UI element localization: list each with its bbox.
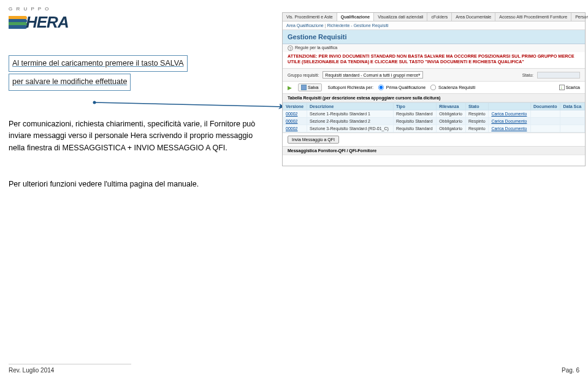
communication-paragraph: Per comunicazioni, richiesta chiarimenti… <box>9 118 266 154</box>
tab-accesso-atti[interactable]: Accesso Atti Procedimenti Fornitore <box>495 13 571 21</box>
cell-desc: Sezione 2-Requisito Standard 2 <box>307 118 394 125</box>
regole-link[interactable]: ?Regole per la qualifica <box>283 44 585 52</box>
invia-row: Invia Messaggio a QFI <box>283 133 585 146</box>
messaggistica-caption: Messaggistica Fornitore-QFI / QFI-Fornit… <box>283 146 585 155</box>
table-row: 00002 Sezione 3-Requisito Standard (RD-0… <box>283 125 585 133</box>
gruppo-label: Gruppo requisiti: <box>288 73 319 77</box>
th-descrizione: Descrizione <box>307 103 394 110</box>
cell-ver[interactable]: 00002 <box>283 110 307 118</box>
boxed-instruction-line2: per salvare le modifiche effettuate <box>9 74 131 90</box>
cell-desc: Sezione 3-Requisito Standard (RD-01_C) <box>307 125 394 133</box>
tab-area-documentale[interactable]: Area Documentale <box>452 13 495 21</box>
tab-cfolders[interactable]: cFolders <box>427 13 452 21</box>
see-more-paragraph: Per ulteriori funzioni vedere l'ultima p… <box>9 179 266 190</box>
breadcrumb-sep: | <box>325 23 326 28</box>
cell-ver[interactable]: 00002 <box>283 125 307 133</box>
table-caption: Tabella Requisiti (per descrizione estes… <box>283 94 585 102</box>
scarica-button[interactable]: Scarica <box>559 85 580 90</box>
footer-rev: Rev. Luglio 2014 <box>9 364 131 374</box>
cell-desc: Sezione 1-Requisito Standard 1 <box>307 110 394 118</box>
boxed-instruction-line1: Al termine del caricamento premere il ta… <box>9 55 188 72</box>
th-tipo: Tipo <box>394 103 437 110</box>
arrow-right-icon: ▶ <box>288 85 292 91</box>
th-link <box>489 103 531 110</box>
footer-page: Pag. 6 <box>562 367 579 374</box>
filters-row: Gruppo requisiti: Requisiti standard - C… <box>283 68 585 82</box>
cell-stato: Respinto <box>465 110 488 118</box>
cell-tipo: Requisito Standard <box>394 118 437 125</box>
instruction-column: Al termine del caricamento premere il ta… <box>9 55 266 190</box>
tab-qualificazione[interactable]: Qualificazione <box>337 13 374 21</box>
carica-documento-link[interactable]: Carica Documento <box>489 125 531 133</box>
tab-personalizzazione[interactable]: Personalizzazione Portale <box>571 13 588 21</box>
invia-messaggio-button[interactable]: Invia Messaggio a QFI <box>288 136 339 144</box>
breadcrumb-a[interactable]: Area Qualificazione <box>286 23 324 28</box>
th-versione: Versione <box>283 103 307 110</box>
toolbar: ▶ Salva Sottoponi Richiesta per: Prima Q… <box>283 82 585 94</box>
radio-scadenza-requisiti[interactable]: Scadenza Requisiti <box>429 83 475 91</box>
logo: G R U P P O HERA <box>9 6 69 32</box>
cell-ver[interactable]: 00002 <box>283 118 307 125</box>
chevron-down-icon: ▾ <box>418 72 421 77</box>
logo-brand: HERA <box>26 13 69 32</box>
arrow-to-salva-icon <box>91 94 287 110</box>
salva-button[interactable]: Salva <box>298 83 322 91</box>
stato-field <box>537 72 580 79</box>
sottoponi-label: Sottoponi Richiesta per: <box>328 85 373 90</box>
cell-tipo: Requisito Standard <box>394 125 437 133</box>
svg-point-0 <box>93 101 96 104</box>
messaggistica-body <box>283 155 585 166</box>
stato-label: Stato: <box>522 73 533 77</box>
cell-stato: Respinto <box>465 125 488 133</box>
carica-documento-link[interactable]: Carica Documento <box>489 118 531 125</box>
app-screenshot: Vis. Procedimenti e Aste Qualificazione … <box>282 12 586 166</box>
breadcrumb: Area Qualificazione | Richiedente - Gest… <box>283 21 585 30</box>
gruppo-select[interactable]: Requisiti standard - Comuni a tutti i gr… <box>323 71 423 79</box>
cell-tipo: Requisito Standard <box>394 110 437 118</box>
breadcrumb-b[interactable]: Richiedente - Gestione Requisiti <box>327 23 388 28</box>
tab-procedimenti[interactable]: Vis. Procedimenti e Aste <box>283 13 337 21</box>
logo-stripes-icon <box>9 16 27 29</box>
nav-tabs: Vis. Procedimenti e Aste Qualificazione … <box>283 13 585 21</box>
section-title: Gestione Requisiti <box>283 30 585 44</box>
radio-prima-qualificazione[interactable]: Prima Qualificazione <box>377 83 426 91</box>
th-stato: Stato <box>465 103 488 110</box>
save-icon <box>301 85 307 90</box>
th-data-sca: Data Sca <box>560 103 585 110</box>
carica-documento-link[interactable]: Carica Documento <box>489 110 531 118</box>
info-icon: ? <box>288 45 293 51</box>
download-icon <box>559 85 565 90</box>
th-rilevanza: Rilevanza <box>437 103 466 110</box>
table-row: 00002 Sezione 1-Requisito Standard 1 Req… <box>283 110 585 118</box>
cell-ril: Obbligatorio <box>437 118 466 125</box>
cell-ril: Obbligatorio <box>437 125 466 133</box>
cell-ril: Obbligatorio <box>437 110 466 118</box>
cell-stato: Respinto <box>465 118 488 125</box>
th-documento: Documento <box>530 103 560 110</box>
attenzione-warning: ATTENZIONE: PER INVIO DOCUMENTI STANDARD… <box>283 52 585 68</box>
logo-group-text: G R U P P O <box>9 6 69 12</box>
table-row: 00002 Sezione 2-Requisito Standard 2 Req… <box>283 118 585 125</box>
tab-dati-aziendali[interactable]: Visualizza dati aziendali <box>374 13 427 21</box>
requisiti-table: Versione Descrizione Tipo Rilevanza Stat… <box>283 102 585 133</box>
